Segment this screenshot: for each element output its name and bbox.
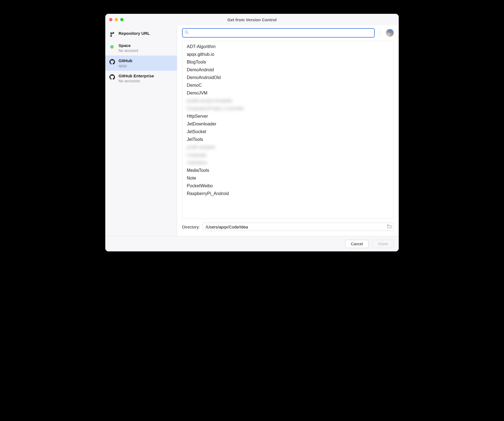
repo-item[interactable]: DemoAndroid bbox=[182, 66, 393, 74]
sidebar-item-sublabel: No accounts bbox=[119, 79, 154, 83]
traffic-lights bbox=[109, 18, 124, 21]
repo-item[interactable]: BlogTools bbox=[182, 58, 393, 66]
zoom-window-button[interactable] bbox=[120, 18, 124, 21]
repo-item[interactable]: Note bbox=[182, 174, 393, 182]
minimize-window-button[interactable] bbox=[115, 18, 118, 21]
main-panel: ADT-Algorithmapqx.github.ioBlogToolsDemo… bbox=[177, 25, 399, 236]
dialog-body: Repository URL Space No account GitHub bbox=[105, 25, 399, 236]
repo-item[interactable]: apqx.github.io bbox=[182, 51, 393, 58]
directory-label: Directory: bbox=[182, 225, 200, 229]
search-row bbox=[182, 28, 394, 38]
sidebar-item-label: Space bbox=[119, 43, 138, 48]
space-icon bbox=[109, 44, 115, 50]
repo-item[interactable]: GraduationProject_Controller bbox=[182, 105, 393, 112]
directory-input[interactable] bbox=[203, 223, 394, 231]
vertical-separator bbox=[380, 29, 380, 36]
repo-item[interactable]: PocketWeibo bbox=[182, 182, 393, 190]
sidebar-item-github[interactable]: GitHub apqx bbox=[105, 56, 177, 71]
sidebar-item-repository-url[interactable]: Repository URL bbox=[105, 28, 177, 40]
repo-item[interactable]: makeabox bbox=[182, 159, 393, 167]
sidebar: Repository URL Space No account GitHub bbox=[105, 25, 177, 236]
repo-item[interactable]: junit5-samples bbox=[182, 143, 393, 151]
repo-item[interactable]: JetDownloader bbox=[182, 120, 393, 128]
sidebar-item-github-enterprise[interactable]: GitHub Enterprise No accounts bbox=[105, 71, 177, 86]
svg-point-0 bbox=[185, 31, 188, 33]
github-icon bbox=[109, 59, 115, 65]
search-icon bbox=[185, 30, 189, 35]
branch-icon bbox=[109, 31, 115, 38]
repo-item[interactable]: HttpServer bbox=[182, 112, 393, 120]
repo-item[interactable]: MediaTools bbox=[182, 167, 393, 174]
repo-item[interactable]: JetTools bbox=[182, 136, 393, 143]
directory-input-wrap bbox=[203, 223, 394, 231]
window-title: Get from Version Control bbox=[105, 17, 399, 22]
repo-list-panel[interactable]: ADT-Algorithmapqx.github.ioBlogToolsDemo… bbox=[182, 41, 394, 219]
svg-line-1 bbox=[187, 33, 188, 34]
search-wrap bbox=[182, 28, 375, 38]
repo-item[interactable]: DemoJVM bbox=[182, 89, 393, 97]
folder-icon[interactable] bbox=[387, 224, 392, 229]
sidebar-item-label: GitHub Enterprise bbox=[119, 73, 154, 78]
close-window-button[interactable] bbox=[109, 18, 112, 21]
repo-item[interactable]: DemoC bbox=[182, 81, 393, 89]
sidebar-item-sublabel: apqx bbox=[119, 64, 132, 68]
repo-item[interactable]: ADT-Algorithm bbox=[182, 43, 393, 51]
repo-item[interactable]: RaspberryPi_Android bbox=[182, 190, 393, 198]
cancel-button[interactable]: Cancel bbox=[345, 240, 369, 248]
sidebar-item-label: GitHub bbox=[119, 58, 132, 63]
sidebar-item-sublabel: No account bbox=[119, 48, 138, 53]
repo-item[interactable]: gradle-project-template bbox=[182, 97, 393, 105]
titlebar: Get from Version Control bbox=[105, 14, 399, 25]
sidebar-item-label: Repository URL bbox=[119, 31, 150, 36]
sidebar-item-space[interactable]: Space No account bbox=[105, 40, 177, 56]
dialog-footer: Cancel Clone bbox=[105, 236, 399, 251]
github-icon bbox=[109, 74, 115, 80]
user-avatar[interactable] bbox=[386, 29, 394, 37]
directory-row: Directory: bbox=[182, 219, 394, 236]
dialog-window: Get from Version Control Repository URL … bbox=[105, 14, 399, 251]
repo-item[interactable]: DemoAndroidOld bbox=[182, 74, 393, 81]
repo-item[interactable]: Language bbox=[182, 151, 393, 159]
clone-button[interactable]: Clone bbox=[372, 240, 394, 248]
repo-item[interactable]: JetSocket bbox=[182, 128, 393, 136]
repo-search-input[interactable] bbox=[182, 28, 375, 38]
